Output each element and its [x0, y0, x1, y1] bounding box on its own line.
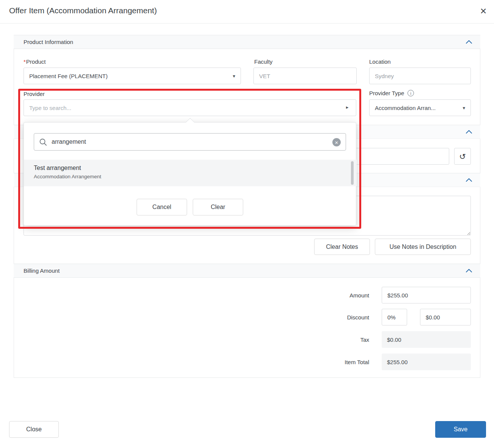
close-button[interactable]: Close: [9, 421, 59, 438]
caret-right-icon[interactable]: ▸: [346, 104, 349, 110]
product-label: *Product: [24, 58, 46, 65]
close-icon[interactable]: ✕: [477, 5, 490, 18]
product-select-value: Placement Fee (PLACEMENT): [29, 73, 108, 79]
amount-label: Amount: [293, 292, 369, 299]
tax-value: $0.00: [382, 331, 471, 348]
tax-label: Tax: [293, 336, 369, 343]
result-subtitle: Accommodation Arrangement: [34, 174, 357, 179]
modal-title: Offer Item (Accommodation Arrangement): [9, 6, 157, 15]
chevron-up-icon[interactable]: [464, 127, 474, 137]
item-total-value: $255.00: [382, 354, 471, 370]
popup-scrollbar[interactable]: [351, 161, 354, 185]
header-divider: [0, 23, 494, 24]
cancel-button[interactable]: Cancel: [137, 199, 187, 215]
billing-amount-header: Billing Amount: [14, 264, 480, 278]
provider-search-popup: × Test arrangement Accommodation Arrange…: [24, 122, 356, 226]
caret-down-icon: ▾: [233, 73, 235, 79]
amount-input[interactable]: [382, 287, 471, 303]
section-title: Product Information: [24, 39, 73, 45]
faculty-input: [253, 68, 357, 84]
offer-item-modal: Offer Item (Accommodation Arrangement) ✕…: [0, 0, 494, 448]
info-icon[interactable]: i: [407, 90, 414, 96]
result-title: Test arrangement: [34, 165, 357, 171]
provider-search-input[interactable]: [24, 99, 356, 116]
required-asterisk: *: [24, 58, 26, 65]
history-button[interactable]: ↺: [454, 148, 471, 165]
chevron-up-icon[interactable]: [464, 176, 474, 185]
provider-type-select[interactable]: Accommodation Arran... ▾: [369, 99, 471, 116]
provider-type-value: Accommodation Arran...: [375, 105, 436, 111]
discount-amount-input[interactable]: [420, 309, 471, 325]
product-select[interactable]: Placement Fee (PLACEMENT) ▾: [24, 68, 241, 84]
popup-search-field: ×: [34, 133, 346, 151]
provider-label: Provider: [24, 91, 45, 97]
discount-percent-input[interactable]: [382, 309, 407, 325]
clear-search-icon[interactable]: ×: [332, 138, 341, 146]
use-notes-in-description-button[interactable]: Use Notes in Description: [375, 239, 471, 255]
save-button[interactable]: Save: [435, 421, 486, 438]
clear-button[interactable]: Clear: [193, 199, 243, 215]
location-label: Location: [369, 58, 391, 65]
location-input: [369, 68, 471, 84]
section-title: Billing Amount: [24, 267, 60, 274]
product-information-header: Product Information: [14, 35, 480, 49]
caret-down-icon: ▾: [463, 105, 465, 111]
item-total-label: Item Total: [293, 359, 369, 365]
faculty-label: Faculty: [254, 58, 272, 65]
chevron-up-icon[interactable]: [464, 38, 474, 47]
popup-search-input[interactable]: [34, 134, 346, 150]
chevron-up-icon[interactable]: [464, 266, 474, 275]
search-icon: [39, 138, 47, 148]
discount-label: Discount: [293, 314, 369, 321]
history-icon: ↺: [459, 152, 466, 160]
provider-type-label: Provider Type i: [369, 90, 414, 96]
search-result-item[interactable]: Test arrangement Accommodation Arrangeme…: [24, 160, 357, 186]
clear-notes-button[interactable]: Clear Notes: [314, 239, 370, 255]
